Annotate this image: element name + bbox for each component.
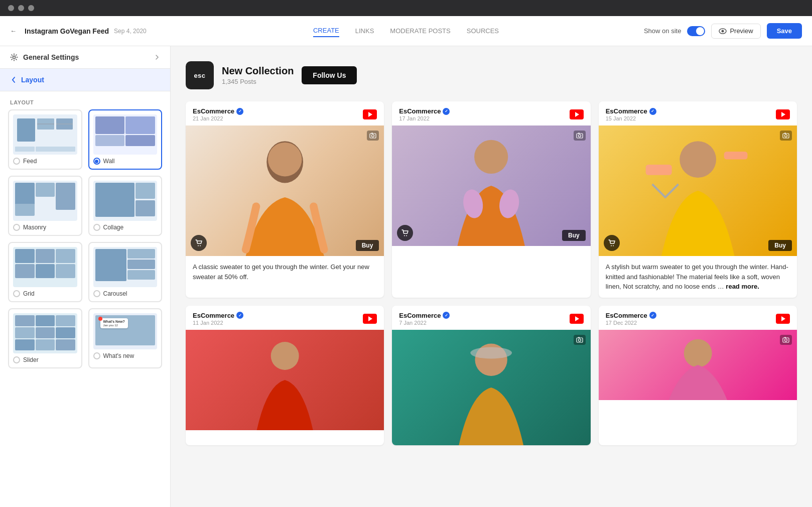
traffic-light-close[interactable] (8, 5, 14, 11)
svg-rect-19 (645, 165, 671, 175)
svg-point-1 (722, 30, 724, 32)
feed-title: Instagram GoVegan Feed (25, 27, 109, 35)
layout-whatsnew-name: What's new (103, 352, 134, 359)
camera-icon-overlay-2 (574, 131, 586, 141)
layout-masonry-footer: Masonry (13, 224, 77, 231)
youtube-icon-6 (776, 314, 790, 324)
general-settings-section[interactable]: General Settings (0, 46, 170, 69)
svg-point-32 (684, 339, 712, 367)
layout-grid-footer: Grid (13, 290, 77, 297)
svg-point-26 (271, 342, 299, 370)
layout-slider-name: Slider (23, 356, 39, 363)
post-author-name-6: EsCommerce (606, 312, 647, 319)
layout-collage-radio[interactable] (93, 224, 100, 231)
svg-point-22 (785, 135, 787, 137)
nav-sources[interactable]: SOURCES (467, 25, 499, 37)
layout-carousel-radio[interactable] (93, 290, 100, 297)
layout-whatsnew[interactable]: What's New?Jan you 12 What's new (88, 308, 163, 368)
svg-rect-31 (578, 337, 580, 338)
layout-section[interactable]: Layout (0, 69, 170, 91)
post-author-3: EsCommerce ✓ 15 Jan 2022 (606, 107, 656, 121)
layout-feed-footer: Feed (13, 158, 77, 165)
back-button[interactable]: ← (10, 27, 17, 35)
post-image-wrap-3: Buy (599, 125, 797, 256)
layout-masonry[interactable]: Masonry (8, 176, 82, 236)
verified-badge-2: ✓ (443, 108, 450, 115)
svg-rect-23 (784, 133, 786, 134)
post-image-6 (599, 330, 797, 400)
buy-button-2[interactable]: Buy (562, 230, 586, 241)
post-author-2: EsCommerce ✓ 17 Jan 2022 (399, 107, 450, 121)
post-header-2: EsCommerce ✓ 17 Jan 2022 (392, 101, 590, 125)
layout-slider[interactable]: Slider (8, 308, 82, 368)
follow-button[interactable]: Follow Us (302, 66, 357, 84)
post-author-5: EsCommerce ✓ 7 Jan 2022 (399, 312, 450, 326)
show-site-toggle[interactable] (687, 26, 705, 36)
svg-rect-7 (371, 133, 373, 134)
layout-section-header: LAYOUT (0, 91, 170, 109)
post-author-name-4: EsCommerce (193, 312, 234, 319)
cart-icon-2 (401, 229, 409, 237)
layout-carousel-footer: Carousel (93, 290, 158, 297)
svg-point-16 (404, 235, 405, 236)
post-image-2 (392, 125, 590, 246)
post-card-3: EsCommerce ✓ 15 Jan 2022 (599, 101, 797, 298)
posts-grid: EsCommerce ✓ 21 Jan 2022 (186, 101, 797, 445)
youtube-icon-1 (363, 109, 377, 119)
buy-button-1[interactable]: Buy (356, 240, 379, 251)
eye-icon (719, 27, 727, 35)
post-image-3 (599, 125, 797, 256)
person-figure-1 (186, 125, 384, 256)
post-image-wrap-5 (392, 330, 590, 445)
camera-icon-overlay-5 (574, 335, 586, 345)
shop-icon-3[interactable] (604, 235, 620, 251)
layout-collage[interactable]: Collage (88, 176, 163, 236)
post-image-wrap-1: Buy (186, 125, 384, 256)
post-date-6: 17 Dec 2022 (606, 320, 656, 326)
svg-point-8 (198, 245, 199, 246)
svg-point-24 (611, 245, 612, 246)
post-card-2: EsCommerce ✓ 17 Jan 2022 (392, 101, 590, 298)
youtube-icon-5 (570, 314, 584, 324)
verified-badge-1: ✓ (236, 108, 243, 115)
layout-grid[interactable]: Grid (8, 242, 82, 302)
layout-carousel[interactable]: Carousel (88, 242, 163, 302)
svg-rect-33 (783, 338, 789, 342)
layout-slider-radio[interactable] (13, 356, 20, 363)
preview-button[interactable]: Preview (711, 24, 760, 39)
post-header-1: EsCommerce ✓ 21 Jan 2022 (186, 101, 384, 125)
person-figure-4 (186, 330, 384, 430)
layout-wall-radio[interactable] (93, 158, 100, 165)
layout-feed-radio[interactable] (13, 158, 20, 165)
nav-links[interactable]: LINKS (355, 25, 374, 37)
shop-icon-1[interactable] (191, 235, 207, 251)
svg-rect-15 (578, 133, 580, 134)
traffic-light-max[interactable] (28, 5, 34, 11)
svg-point-10 (474, 140, 508, 174)
person-figure-5 (392, 330, 590, 445)
nav-create[interactable]: CREATE (313, 25, 339, 37)
post-image-1 (186, 125, 384, 256)
layout-grid-radio[interactable] (13, 290, 20, 297)
nav-moderate[interactable]: MODERATE POSTS (390, 25, 450, 37)
layout-feed[interactable]: Feed (8, 109, 82, 170)
svg-point-17 (406, 235, 407, 236)
person-figure-3 (599, 125, 797, 256)
layout-masonry-radio[interactable] (13, 224, 20, 231)
save-button[interactable]: Save (767, 23, 802, 39)
post-author-name-3: EsCommerce (606, 107, 647, 115)
camera-icon-overlay-1 (367, 131, 379, 141)
layout-grid-name: Grid (23, 290, 35, 297)
person-figure-2 (392, 125, 590, 246)
feed-info-title: New Collection (222, 65, 294, 77)
toggle-knob (696, 27, 704, 35)
post-date-1: 21 Jan 2022 (193, 115, 243, 121)
traffic-light-min[interactable] (18, 5, 24, 11)
buy-button-3[interactable]: Buy (768, 240, 792, 251)
layout-options-grid: Feed Wall (0, 109, 170, 376)
camera-icon-2 (576, 132, 583, 139)
layout-wall[interactable]: Wall (88, 109, 163, 170)
layout-whatsnew-radio[interactable] (93, 352, 100, 359)
read-more-3[interactable]: read more. (726, 283, 759, 290)
svg-point-34 (785, 339, 787, 341)
